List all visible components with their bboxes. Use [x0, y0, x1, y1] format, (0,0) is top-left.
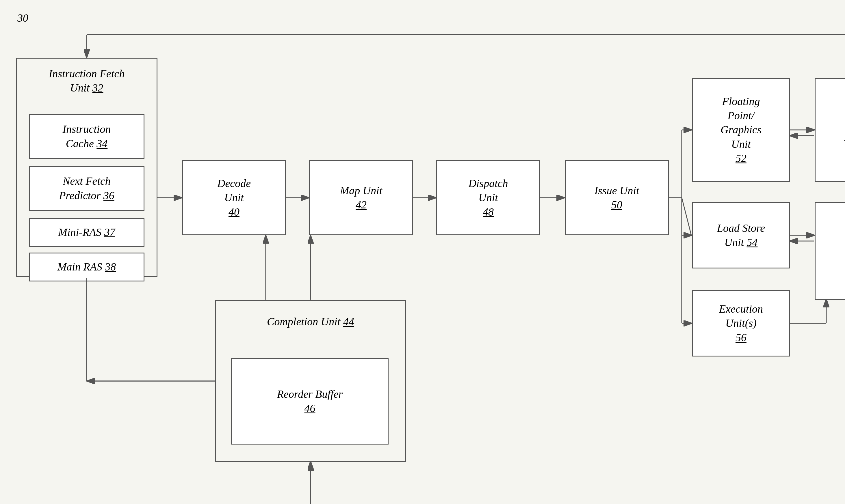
ref-label-30: 30 — [17, 12, 28, 24]
instruction-fetch-label: Instruction FetchUnit 32 — [16, 58, 157, 104]
working-register-block: WorkingRegisterFile60 — [815, 202, 845, 300]
mini-ras-block: Mini-RAS 37 — [29, 218, 144, 247]
reorder-buffer-block: Reorder Buffer46 — [231, 358, 389, 445]
map-unit-block: Map Unit42 — [309, 160, 413, 235]
diagram: 30 Instruction FetchUnit 32 InstructionC… — [0, 0, 845, 504]
floating-point-block: FloatingPoint/GraphicsUnit52 — [692, 78, 790, 182]
dispatch-unit-block: DispatchUnit48 — [436, 160, 540, 235]
cache-memory-block: Cache/MemoryInterface58 — [815, 78, 845, 182]
main-ras-block: Main RAS 38 — [29, 253, 144, 282]
issue-unit-block: Issue Unit50 — [565, 160, 669, 235]
instruction-cache-block: InstructionCache 34 — [29, 114, 144, 159]
execution-units-block: ExecutionUnit(s)56 — [692, 290, 790, 357]
load-store-block: Load StoreUnit 54 — [692, 202, 790, 268]
decode-unit-block: DecodeUnit40 — [182, 160, 286, 235]
next-fetch-block: Next FetchPredictor 36 — [29, 166, 144, 211]
completion-unit-label: Completion Unit 44 — [215, 300, 406, 343]
svg-line-14 — [682, 198, 691, 235]
